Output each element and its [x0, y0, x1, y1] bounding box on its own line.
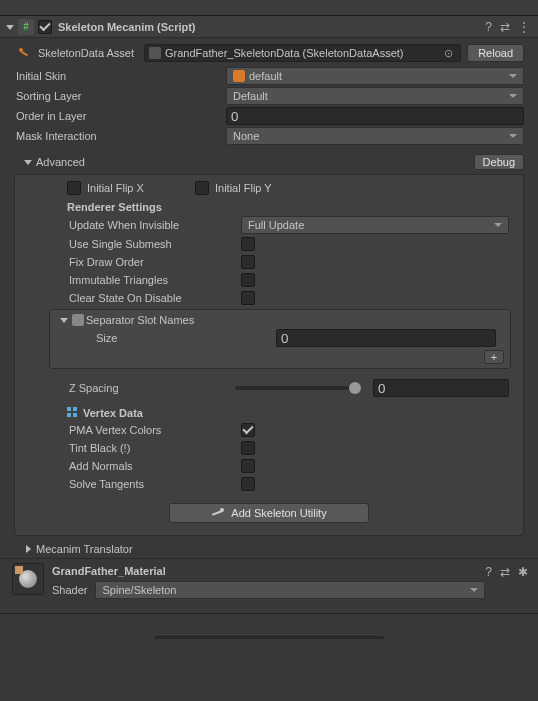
mecanim-translator-label: Mecanim Translator	[36, 543, 133, 555]
sorting-layer-label: Sorting Layer	[16, 90, 226, 102]
component-enabled-checkbox[interactable]	[38, 20, 52, 34]
renderer-settings-label: Renderer Settings	[15, 197, 523, 215]
z-spacing-slider[interactable]	[235, 386, 361, 390]
pma-checkbox[interactable]	[241, 423, 255, 437]
spine-icon	[16, 45, 32, 61]
separator-box: Separator Slot Names Size +	[49, 309, 511, 369]
component-foldout[interactable]	[4, 21, 16, 33]
sorting-layer-value: Default	[233, 90, 268, 102]
tint-black-label: Tint Black (!)	[31, 442, 241, 454]
separator-foldout[interactable]	[58, 314, 70, 326]
initial-flip-y-checkbox[interactable]	[195, 181, 209, 195]
slot-icon	[72, 314, 84, 326]
fix-draw-order-label: Fix Draw Order	[31, 256, 241, 268]
clear-state-on-disable-label: Clear State On Disable	[31, 292, 241, 304]
z-spacing-label: Z Spacing	[31, 382, 229, 394]
material-block: GrandFather_Material Shader Spine/Skelet…	[0, 558, 538, 603]
shader-dropdown[interactable]: Spine/Skeleton	[95, 581, 485, 599]
material-settings-icon[interactable]: ✱	[518, 565, 528, 579]
add-normals-label: Add Normals	[31, 460, 241, 472]
preset-icon[interactable]: ⇄	[500, 20, 510, 34]
component-header: # Skeleton Mecanim (Script) ? ⇄ ⋮	[0, 16, 538, 38]
mask-interaction-label: Mask Interaction	[16, 130, 226, 142]
mask-interaction-dropdown[interactable]: None	[226, 127, 524, 145]
tint-black-checkbox[interactable]	[241, 441, 255, 455]
initial-skin-value: default	[249, 70, 282, 82]
separator-add-button[interactable]: +	[484, 350, 504, 364]
solve-tangents-checkbox[interactable]	[241, 477, 255, 491]
material-preset-icon[interactable]: ⇄	[500, 565, 510, 579]
initial-skin-dropdown[interactable]: default	[226, 67, 524, 85]
separator-size-input[interactable]	[276, 329, 496, 347]
update-when-invisible-value: Full Update	[248, 219, 304, 231]
solve-tangents-label: Solve Tangents	[31, 478, 241, 490]
clear-state-on-disable-checkbox[interactable]	[241, 291, 255, 305]
use-single-submesh-label: Use Single Submesh	[31, 238, 241, 250]
skeletondata-row: SkeletonData Asset GrandFather_SkeletonD…	[0, 38, 538, 66]
add-skeleton-utility-button[interactable]: Add Skeleton Utility	[169, 503, 369, 523]
debug-button[interactable]: Debug	[474, 154, 524, 170]
component-title: Skeleton Mecanim (Script)	[58, 21, 485, 33]
initial-skin-label: Initial Skin	[16, 70, 226, 82]
pma-label: PMA Vertex Colors	[31, 424, 241, 436]
immutable-triangles-checkbox[interactable]	[241, 273, 255, 287]
add-normals-checkbox[interactable]	[241, 459, 255, 473]
script-icon: #	[18, 19, 34, 35]
sorting-layer-dropdown[interactable]: Default	[226, 87, 524, 105]
separator-label: Separator Slot Names	[86, 314, 194, 326]
shader-value: Spine/Skeleton	[102, 584, 176, 596]
z-spacing-input[interactable]	[373, 379, 509, 397]
advanced-box: Initial Flip X Initial Flip Y Renderer S…	[14, 174, 524, 536]
vertex-data-icon	[67, 407, 79, 419]
asset-icon	[149, 47, 161, 59]
z-spacing-thumb[interactable]	[349, 382, 361, 394]
update-when-invisible-label: Update When Invisible	[31, 219, 241, 231]
skeletondata-label: SkeletonData Asset	[38, 47, 134, 59]
mecanim-translator-foldout[interactable]	[22, 543, 34, 555]
initial-flip-x-checkbox[interactable]	[67, 181, 81, 195]
skeletondata-field[interactable]: GrandFather_SkeletonData (SkeletonDataAs…	[144, 44, 461, 62]
shader-label: Shader	[52, 584, 87, 596]
skin-icon	[233, 70, 245, 82]
object-picker-icon[interactable]: ⊙	[440, 47, 456, 60]
use-single-submesh-checkbox[interactable]	[241, 237, 255, 251]
material-help-icon[interactable]: ?	[485, 565, 492, 579]
immutable-triangles-label: Immutable Triangles	[31, 274, 241, 286]
context-menu-icon[interactable]: ⋮	[518, 20, 530, 34]
svg-rect-1	[21, 51, 28, 56]
separator-size-label: Size	[66, 332, 276, 344]
advanced-foldout[interactable]	[22, 156, 34, 168]
update-when-invisible-dropdown[interactable]: Full Update	[241, 216, 509, 234]
order-in-layer-label: Order in Layer	[16, 110, 226, 122]
order-in-layer-input[interactable]	[226, 107, 524, 125]
advanced-label: Advanced	[36, 156, 85, 168]
resize-handle-area	[0, 613, 538, 639]
reload-button[interactable]: Reload	[467, 44, 524, 62]
add-skeleton-utility-label: Add Skeleton Utility	[231, 507, 326, 519]
initial-flip-x-label: Initial Flip X	[87, 182, 144, 194]
skeletondata-value: GrandFather_SkeletonData (SkeletonDataAs…	[165, 47, 440, 59]
resize-handle[interactable]	[154, 636, 384, 639]
mask-interaction-value: None	[233, 130, 259, 142]
bone-icon	[211, 506, 225, 520]
material-name: GrandFather_Material	[52, 563, 485, 581]
help-icon[interactable]: ?	[485, 20, 492, 34]
initial-flip-y-label: Initial Flip Y	[215, 182, 272, 194]
vertex-data-label: Vertex Data	[83, 407, 143, 419]
material-preview-icon	[12, 563, 44, 595]
fix-draw-order-checkbox[interactable]	[241, 255, 255, 269]
